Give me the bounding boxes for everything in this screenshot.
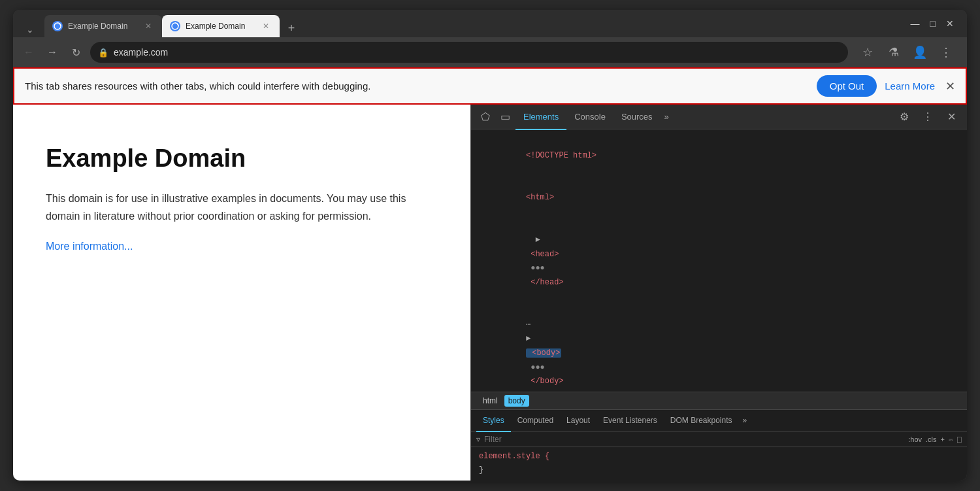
new-tab-button[interactable]: + — [282, 19, 301, 37]
tab-1-title: Example Domain — [68, 22, 137, 31]
dom-line-head[interactable]: ► <head> ●●● </head> — [479, 220, 959, 305]
main-content: Example Domain This domain is for use in… — [13, 105, 967, 481]
page-body-text: This domain is for use in illustrative e… — [46, 190, 438, 225]
toolbar-icons: ☆ ⚗ 👤 ⋮ — [853, 43, 960, 61]
devtools-tab-bar: ⬠ ▭ Elements Console Sources » ⚙ ⋮ ✕ — [471, 105, 967, 129]
security-icon: 🔒 — [98, 48, 108, 58]
tab-sources[interactable]: Sources — [613, 105, 661, 130]
devtools-right-icons: ⚙ ⋮ ✕ — [895, 108, 962, 126]
url-text: example.com — [114, 47, 840, 58]
tab-1-close-button[interactable]: ✕ — [142, 20, 154, 32]
devtools-close-button[interactable]: ✕ — [942, 108, 960, 126]
opt-out-button[interactable]: Opt Out — [817, 75, 877, 97]
tab-1-favicon — [52, 21, 63, 31]
tab-2-favicon — [170, 21, 180, 31]
tab-2[interactable]: Example Domain ✕ — [162, 15, 280, 37]
element-style-closing: } — [479, 464, 959, 478]
window-controls-left: ⌄ — [18, 22, 42, 37]
tab-bar: ⌄ Example Domain ✕ Example Domain ✕ + — [18, 10, 900, 37]
devtools-breadcrumb: html body — [471, 392, 967, 410]
styles-filter-bar: ▿ :hov .cls + ⎓ ⎕ — [471, 432, 967, 447]
styles-tab-bar: Styles Computed Layout Event Listeners D… — [471, 410, 967, 432]
address-bar[interactable]: 🔒 example.com — [90, 42, 848, 63]
devtools-more-tabs-button[interactable]: » — [661, 112, 673, 122]
styles-tab-styles[interactable]: Styles — [476, 410, 511, 432]
minimize-button[interactable]: — — [911, 18, 920, 29]
reload-button[interactable]: ↻ — [67, 43, 85, 61]
bookmark-icon[interactable]: ☆ — [858, 43, 877, 61]
tab-dropdown-button[interactable]: ⌄ — [22, 22, 38, 37]
styles-tab-computed[interactable]: Computed — [511, 410, 560, 432]
banner-close-icon[interactable]: ✕ — [945, 79, 955, 93]
address-bar-row: ← → ↻ 🔒 example.com ☆ ⚗ 👤 ⋮ — [13, 37, 967, 67]
devtools-settings-button[interactable]: ⚙ — [895, 108, 913, 126]
notification-banner: This tab shares resources with other tab… — [13, 67, 967, 105]
filter-icon: ▿ — [476, 435, 480, 444]
styles-css-content: element.style { } — [471, 447, 967, 481]
element-style-rule: element.style { — [479, 450, 959, 464]
styles-filter-input[interactable] — [484, 435, 904, 444]
browser-window: ⌄ Example Domain ✕ Example Domain ✕ + — [13, 10, 967, 481]
menu-icon[interactable]: ⋮ — [937, 43, 955, 61]
title-bar: ⌄ Example Domain ✕ Example Domain ✕ + — [13, 10, 967, 37]
webpage-content: Example Domain This domain is for use in… — [13, 105, 470, 481]
more-information-link[interactable]: More information... — [46, 241, 133, 252]
styles-tab-event-listeners[interactable]: Event Listeners — [596, 410, 664, 432]
devtools-panel: ⬠ ▭ Elements Console Sources » ⚙ ⋮ ✕ — [470, 105, 967, 481]
styles-more-tabs-button[interactable]: » — [740, 416, 750, 425]
new-style-rule-button[interactable]: ⎓ — [949, 435, 953, 443]
styles-tab-layout[interactable]: Layout — [560, 410, 596, 432]
inspect-element-button[interactable]: ⬠ — [476, 108, 495, 126]
devtools-dom-panel: <!DOCTYPE html> <html> ► <head> ●●● </he… — [471, 129, 967, 392]
tab-console[interactable]: Console — [566, 105, 613, 130]
notification-text: This tab shares resources with other tab… — [25, 80, 809, 92]
tab-2-title: Example Domain — [186, 22, 255, 31]
back-button[interactable]: ← — [20, 43, 38, 61]
dom-line-html: <html> — [479, 177, 959, 220]
styles-tab-dom-breakpoints[interactable]: DOM Breakpoints — [664, 410, 739, 432]
tab-1[interactable]: Example Domain ✕ — [44, 15, 162, 37]
window-controls-right: — □ ✕ — [903, 18, 962, 29]
tab-elements[interactable]: Elements — [515, 105, 566, 130]
cls-toggle[interactable]: .cls — [926, 435, 937, 443]
forward-button[interactable]: → — [43, 43, 61, 61]
hov-toggle[interactable]: :hov — [908, 435, 922, 443]
learn-more-link[interactable]: Learn More — [885, 80, 935, 92]
window-close-button[interactable]: ✕ — [946, 18, 954, 29]
maximize-button[interactable]: □ — [930, 18, 936, 29]
breadcrumb-body[interactable]: body — [504, 395, 529, 407]
breadcrumb-html[interactable]: html — [479, 395, 502, 407]
dom-line-doctype: <!DOCTYPE html> — [479, 135, 959, 177]
device-toolbar-button[interactable]: ▭ — [496, 108, 514, 126]
page-heading: Example Domain — [46, 144, 438, 174]
devtools-menu-button[interactable]: ⋮ — [919, 108, 937, 126]
toggle-sidebar-button[interactable]: ⎕ — [957, 435, 962, 443]
profile-icon[interactable]: 👤 — [911, 43, 929, 61]
labs-icon[interactable]: ⚗ — [885, 43, 903, 61]
tab-2-close-button[interactable]: ✕ — [260, 20, 272, 32]
dom-line-body[interactable]: ⋯ ► <body> ●●● </body> == $0 — [479, 304, 959, 392]
add-style-button[interactable]: + — [941, 435, 945, 443]
